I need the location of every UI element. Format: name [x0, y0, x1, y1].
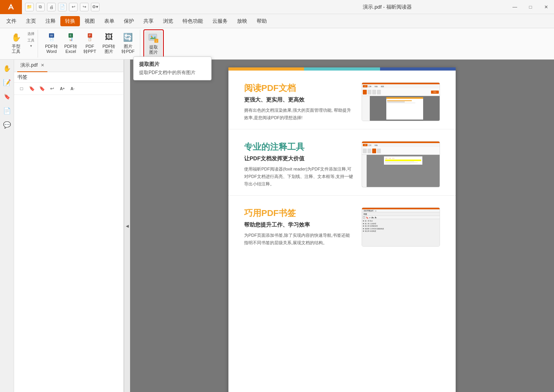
mini-active-tab: 主页 [363, 85, 368, 87]
mini-ribbon: 适合 [362, 88, 440, 96]
mini3-tab-name: 员工手册.pdf [363, 210, 374, 212]
pdf-section-annotate-subtitle: 让PDF文档发挥更大价值 [244, 155, 354, 162]
pdf-section-read-img: 主页 注释 转换 视图 适合 [362, 82, 440, 121]
pdf-section-bookmark-subtitle: 帮助您提升工作、学习效率 [244, 221, 354, 229]
mini-ribbon-icon2 [368, 90, 371, 94]
menu-home[interactable]: 主页 [21, 16, 41, 26]
mini2-ribbon-i2 [368, 149, 371, 153]
pdf-excel-icon: E 📊 [65, 31, 77, 43]
menu-browse[interactable]: 浏览 [158, 16, 178, 26]
pdf-to-excel-btn[interactable]: E 📊 PDF转Excel [62, 30, 80, 56]
menu-view[interactable]: 视图 [80, 16, 100, 26]
pdf-section-bookmark-body: 为PDF页面添加书签,除了实现内容的快速导航,书签还能指明不同书签的层级关系,展… [244, 232, 354, 246]
mini-ribbon-btn: 适合 [431, 91, 439, 94]
extract-img-label: 提取图片 [149, 45, 158, 55]
mini2-ribbon-i3 [372, 149, 376, 153]
new-btn[interactable]: 📄 [58, 3, 67, 11]
folder-btn[interactable]: 📁 [25, 3, 34, 11]
menu-help[interactable]: 帮助 [252, 16, 272, 26]
mini2-docarea: 免费、快速、安全 [362, 155, 440, 187]
panel-tb-font-down[interactable]: A- [68, 84, 77, 93]
tooltip: 提取图片 提取PDF文档中的所有图片 [133, 56, 212, 80]
mini-ribbon-icon3 [372, 90, 376, 94]
mini2-ribbon-i4 [377, 149, 381, 153]
mini2-active-tab: 注释 [363, 144, 368, 146]
collapse-handle[interactable]: ◀ [124, 60, 130, 392]
hand-tool-btn[interactable]: ✋ 手型工具 [6, 30, 26, 56]
mini-ribbon-icon1 [363, 90, 367, 94]
redo-btn[interactable]: ↪ [80, 3, 89, 11]
titlebar: 📁 ⧉ 🖨 📄 ↩ ↪ ⚙▾ 演示.pdf - 福昕阅读器 — □ ✕ [0, 0, 554, 14]
pdf-to-ppt-btn[interactable]: P 📋 PDF转PPT [81, 30, 98, 56]
pdf-ppt-icon: P 📋 [83, 31, 96, 43]
extract-img-btn[interactable]: ↓ 提取图片 [145, 31, 162, 57]
panel-tb-font-up[interactable]: A+ [58, 84, 67, 93]
pdf-ppt-label: PDF转PPT [83, 44, 96, 54]
pdf-word-icon: W 📄 [45, 31, 58, 43]
pdf-section-bookmark: 巧用PDF书签 帮助您提升工作、学习效率 为PDF页面添加书签,除了实现内容的快… [228, 196, 456, 254]
pdf-to-img-btn[interactable]: 🖼 PDF转图片 [100, 30, 118, 56]
menu-present[interactable]: 放映 [232, 16, 252, 26]
sidebar-icons: ✋ 📝 🔖 📄 💬 [0, 60, 14, 392]
pdf-to-word-btn[interactable]: W 📄 PDF转Word [43, 30, 60, 56]
panel-tb-bk2[interactable]: 🔖 [38, 84, 46, 93]
maximize-btn[interactable]: □ [523, 0, 538, 14]
mini-page [386, 97, 424, 120]
pdf-section-bookmark-text: 巧用PDF书签 帮助您提升工作、学习效率 为PDF页面添加书签,除了实现内容的快… [244, 207, 354, 246]
mini2-item1: 主页 [368, 144, 374, 146]
print-btn[interactable]: 🖨 [47, 3, 56, 11]
document-area: 阅读PDF文档 更强大、更实用、更高效 拥有出色的文档渲染效果,强大的页面管理功… [130, 60, 554, 392]
menu-file[interactable]: 文件 [2, 16, 21, 26]
titlebar-controls: 📁 ⧉ 🖨 📄 ↩ ↪ ⚙▾ [22, 3, 268, 11]
menu-convert[interactable]: 转换 [60, 16, 80, 26]
menu-form[interactable]: 表单 [100, 16, 119, 26]
menu-special[interactable]: 特色功能 [178, 16, 208, 26]
menu-share[interactable]: 共享 [139, 16, 158, 26]
pdf-section-annotate: 专业的注释工具 让PDF文档发挥更大价值 使用福昕PDF阅读器(foxit re… [228, 129, 456, 196]
close-btn[interactable]: ✕ [538, 0, 554, 14]
more-btn[interactable]: ⚙▾ [91, 3, 100, 11]
mini2-item2: 转换 [375, 144, 380, 146]
window-title: 演示.pdf - 福昕阅读器 [268, 4, 507, 11]
mini2-ribbon [362, 147, 440, 155]
tooltip-title: 提取图片 [139, 61, 206, 68]
panel-tab-doc[interactable]: 演示.pdf ✕ [17, 60, 47, 72]
undo-btn[interactable]: ↩ [69, 3, 78, 11]
minimize-btn[interactable]: — [507, 0, 523, 14]
sidebar-page-btn[interactable]: 📄 [2, 105, 13, 116]
menu-cloud[interactable]: 云服务 [208, 16, 232, 26]
pdf-section-read-text: 阅读PDF文档 更强大、更实用、更高效 拥有出色的文档渲染效果,强大的页面管理功… [244, 82, 354, 121]
pdf-section-annotate-body: 使用福昕PDF阅读器(foxit reader)为PDF文件添加注释,可对PDF… [244, 165, 354, 187]
svg-text:↓: ↓ [156, 39, 157, 43]
pdf-img-icon: 🖼 [103, 31, 115, 43]
mini-ribbon-icon4 [377, 90, 381, 94]
header-seg-orange [228, 67, 304, 71]
panel-tab-close[interactable]: ✕ [41, 63, 44, 68]
sidebar-comment-btn[interactable]: 💬 [2, 119, 13, 130]
panel-tb-back[interactable]: ↩ [48, 84, 56, 93]
mini-line1 [387, 100, 412, 101]
mini-sidebar [362, 96, 370, 121]
panel-tb-checkbox[interactable]: □ [17, 84, 26, 93]
panel-tb-bk1[interactable]: 🔖 [27, 84, 36, 93]
mini3-tb1 [363, 216, 365, 218]
panel-tab-label: 演示.pdf [20, 62, 38, 69]
mini-line2 [387, 102, 405, 102]
mini3-bk-list: ▶ 第一章 简介 ▶ 第二章 入职管理 ▶ 第三章 试用期管理 ▶ 第四章 工作… [362, 219, 440, 246]
mini-menubar: 主页 注释 转换 视图 [362, 84, 440, 88]
sidebar-hand-btn[interactable]: ✋ [2, 63, 13, 74]
img-to-pdf-btn[interactable]: 🔄 图片转PDF [119, 30, 137, 56]
mini2-ribbon-i1 [363, 149, 367, 153]
menu-protect[interactable]: 保护 [119, 16, 139, 26]
panel-header: 书签 [14, 72, 123, 83]
sidebar-bookmark-btn[interactable]: 🔖 [2, 91, 13, 102]
menu-annotate[interactable]: 注释 [41, 16, 60, 26]
copy-btn[interactable]: ⧉ [36, 3, 45, 11]
pdf-section-annotate-img: 注释 主页 转换 [362, 141, 440, 187]
mini3-tab-close: ✕ [375, 210, 377, 212]
pdf-section-read: 阅读PDF文档 更强大、更实用、更高效 拥有出色的文档渲染效果,强大的页面管理功… [228, 71, 456, 129]
mini-docarea [370, 96, 440, 121]
img-pdf-icon: 🔄 [122, 31, 134, 43]
img-pdf-label: 图片转PDF [121, 44, 134, 54]
sidebar-edit-btn[interactable]: 📝 [2, 77, 13, 88]
